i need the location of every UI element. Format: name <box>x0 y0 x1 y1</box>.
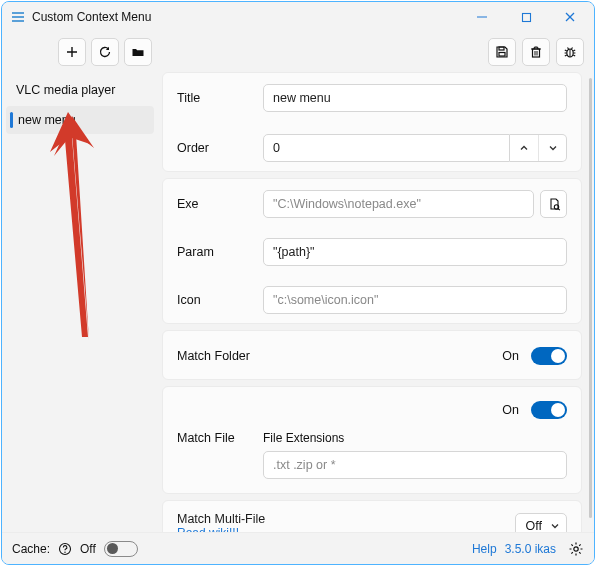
refresh-button[interactable] <box>91 38 119 66</box>
help-link[interactable]: Help <box>472 542 497 556</box>
window-title: Custom Context Menu <box>32 10 151 24</box>
card-command: Exe "C:\Windows\notepad.exe" Param "{pat… <box>162 178 582 324</box>
svg-rect-2 <box>12 20 24 22</box>
delete-button[interactable] <box>522 38 550 66</box>
chevron-down-icon[interactable] <box>538 135 566 161</box>
folder-button[interactable] <box>124 38 152 66</box>
svg-line-27 <box>572 48 573 50</box>
menu-item-label: new menu <box>18 113 76 127</box>
match-file-toggle[interactable] <box>531 401 567 419</box>
svg-rect-11 <box>533 49 540 57</box>
svg-line-25 <box>573 55 575 56</box>
param-input[interactable]: "{path}" <box>263 238 567 266</box>
status-bar: Cache: Off Help 3.5.0 ikas <box>2 532 594 564</box>
match-folder-label: Match Folder <box>177 349 502 363</box>
cache-toggle[interactable] <box>104 541 138 557</box>
menu-item-label: VLC media player <box>16 83 115 97</box>
chevron-up-icon[interactable] <box>510 135 538 161</box>
right-toolbar <box>158 32 594 72</box>
order-stepper[interactable] <box>510 134 567 162</box>
sidebar: VLC media player new menu <box>2 32 158 532</box>
exe-label: Exe <box>177 197 263 211</box>
svg-line-29 <box>558 209 560 211</box>
svg-line-26 <box>568 48 569 50</box>
svg-line-20 <box>565 50 567 51</box>
sidebar-toolbar <box>2 32 158 72</box>
order-input[interactable]: 0 <box>263 134 510 162</box>
match-folder-toggle[interactable] <box>531 347 567 365</box>
cache-label: Cache: <box>12 542 50 556</box>
chevron-down-icon <box>550 521 560 531</box>
svg-line-13 <box>534 47 535 49</box>
browse-exe-button[interactable] <box>540 190 567 218</box>
svg-line-22 <box>565 55 567 56</box>
save-button[interactable] <box>488 38 516 66</box>
match-multi-label: Match Multi-File <box>177 512 515 526</box>
file-ext-input[interactable]: .txt .zip or * <box>263 451 567 479</box>
order-label: Order <box>177 141 263 155</box>
svg-point-32 <box>574 546 578 550</box>
window-maximize-button[interactable] <box>504 3 548 31</box>
read-wiki-link[interactable]: Read wiki!!! <box>177 526 515 532</box>
settings-button[interactable] <box>568 541 584 557</box>
card-match-folder: Match Folder On <box>162 330 582 380</box>
app-icon <box>10 9 26 25</box>
svg-line-23 <box>573 50 575 51</box>
svg-rect-4 <box>522 13 530 21</box>
scrollbar[interactable] <box>589 78 592 518</box>
icon-input[interactable]: "c:\some\icon.icon" <box>263 286 567 314</box>
card-match-file: On Match File File Extensions .txt .zip … <box>162 386 582 494</box>
menu-list: VLC media player new menu <box>2 72 158 136</box>
exe-input[interactable]: "C:\Windows\notepad.exe" <box>263 190 534 218</box>
titlebar: Custom Context Menu <box>2 2 594 32</box>
svg-rect-9 <box>499 47 504 50</box>
content-area: Title new menu Order 0 <box>158 72 594 532</box>
title-label: Title <box>177 91 263 105</box>
match-multi-select[interactable]: Off <box>515 513 567 532</box>
match-multi-state: Off <box>526 519 542 532</box>
version-label: 3.5.0 ikas <box>505 542 556 556</box>
title-input[interactable]: new menu <box>263 84 567 112</box>
param-label: Param <box>177 245 263 259</box>
match-file-label: Match File <box>177 431 263 445</box>
window-close-button[interactable] <box>548 3 592 31</box>
menu-item[interactable]: VLC media player <box>2 76 158 104</box>
svg-rect-10 <box>499 53 505 57</box>
cache-state: Off <box>80 542 96 556</box>
card-basic: Title new menu Order 0 <box>162 72 582 172</box>
help-icon[interactable] <box>58 542 72 556</box>
svg-line-14 <box>538 47 539 49</box>
debug-button[interactable] <box>556 38 584 66</box>
card-match-multi: Match Multi-File Read wiki!!! Off <box>162 500 582 532</box>
svg-rect-1 <box>12 16 24 18</box>
svg-point-31 <box>64 551 65 552</box>
add-button[interactable] <box>58 38 86 66</box>
svg-rect-0 <box>12 12 24 14</box>
icon-label: Icon <box>177 293 263 307</box>
menu-item[interactable]: new menu <box>6 106 154 134</box>
window-minimize-button[interactable] <box>460 3 504 31</box>
match-file-state: On <box>502 403 519 417</box>
match-folder-state: On <box>502 349 519 363</box>
file-ext-label: File Extensions <box>263 431 567 445</box>
